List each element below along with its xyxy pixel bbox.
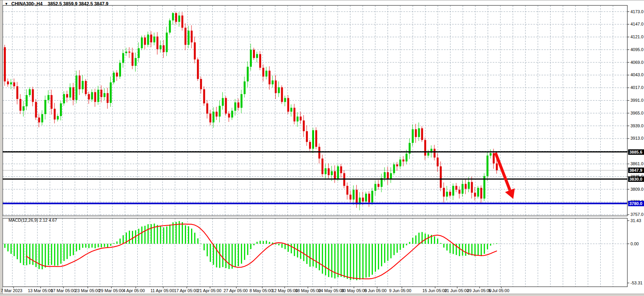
price-tick-label: 3939.0 — [630, 123, 644, 128]
price-tick-label: 3913.0 — [630, 136, 644, 140]
candle — [188, 31, 190, 45]
candle — [200, 79, 202, 89]
time-tick-label: 13 Mar 05:00 — [28, 288, 53, 293]
macd-histogram-bar — [7, 244, 9, 252]
time-tick-label: 30 May 05:00 — [341, 288, 367, 293]
macd-histogram-bar — [116, 241, 118, 244]
macd-histogram-bar — [232, 244, 233, 269]
macd-histogram-bar — [91, 244, 92, 248]
macd-histogram-bar — [20, 244, 21, 263]
candle — [468, 182, 470, 189]
macd-histogram-bar — [297, 244, 298, 257]
macd-histogram-bar — [238, 244, 239, 266]
symbol-period-label: CHINA300-,H4 — [11, 1, 43, 7]
candle — [402, 159, 404, 161]
candle — [153, 36, 155, 42]
macd-histogram-bar — [278, 244, 279, 245]
chart-canvas[interactable] — [0, 0, 644, 296]
macd-histogram-bar — [372, 244, 373, 275]
macd-tick-label: -53.31 — [630, 281, 642, 285]
price-tick-label: 4069.0 — [630, 60, 644, 65]
time-tick-label: 5 Jul 05:00 — [489, 288, 509, 293]
candle — [278, 87, 280, 93]
candle — [347, 186, 348, 195]
macd-histogram-bar — [415, 235, 417, 244]
macd-histogram-bar — [169, 224, 171, 244]
macd-histogram-bar — [29, 244, 30, 264]
macd-histogram-bar — [32, 244, 34, 265]
candle — [287, 98, 289, 111]
candle — [281, 87, 283, 102]
macd-histogram-bar — [403, 244, 404, 248]
macd-histogram-bar — [26, 244, 27, 265]
candle — [38, 118, 40, 123]
down-arrow-annotation-shaft[interactable] — [495, 153, 510, 190]
candle — [107, 93, 109, 103]
time-tick-label: 7 Mar 2023 — [1, 288, 22, 293]
macd-histogram-bar — [353, 244, 354, 279]
candle — [371, 191, 373, 202]
macd-histogram-bar — [104, 244, 105, 247]
time-tick-label: 15 Jun 05:00 — [422, 288, 447, 293]
candle — [290, 108, 292, 112]
macd-histogram-bar — [150, 224, 152, 244]
candle — [455, 186, 457, 190]
price-badge-3847.9: 3847.9 — [628, 168, 644, 173]
candle — [97, 90, 99, 102]
candle — [66, 94, 68, 98]
macd-histogram-bar — [496, 243, 497, 244]
candle — [253, 50, 255, 58]
candle — [493, 153, 495, 163]
candle — [181, 15, 183, 28]
candle — [384, 172, 386, 178]
candle — [262, 68, 264, 77]
macd-histogram-bar — [269, 242, 270, 244]
candle — [215, 112, 217, 117]
macd-histogram-bar — [484, 244, 485, 254]
candle — [350, 195, 352, 200]
candle — [275, 80, 277, 93]
macd-histogram-bar — [194, 233, 195, 244]
macd-histogram-bar — [396, 244, 398, 253]
candle — [79, 75, 80, 89]
time-tick-label: 29 Mar 05:00 — [99, 288, 124, 293]
candle — [197, 60, 199, 79]
candle — [424, 140, 426, 156]
candle — [458, 190, 460, 193]
candle — [13, 82, 15, 86]
macd-histogram-bar — [176, 222, 177, 244]
macd-histogram-bar — [375, 244, 376, 272]
candle — [331, 171, 333, 175]
candle — [427, 153, 429, 156]
candle — [10, 82, 12, 84]
candle — [387, 172, 389, 179]
candle — [297, 116, 299, 121]
candle — [362, 198, 364, 202]
macd-histogram-bar — [67, 244, 68, 259]
macd-histogram-bar — [79, 244, 80, 250]
candle — [256, 54, 258, 58]
macd-histogram-bar — [88, 244, 89, 248]
macd-tick-label: 0.00 — [630, 241, 639, 246]
candle — [26, 95, 27, 106]
macd-histogram-bar — [446, 244, 448, 250]
macd-histogram-bar — [144, 226, 145, 244]
macd-histogram-bar — [263, 241, 264, 244]
candle — [175, 13, 177, 22]
price-tick-label: 4173.0 — [630, 9, 644, 14]
macd-histogram-bar — [235, 244, 236, 267]
macd-histogram-bar — [481, 244, 482, 256]
price-tick-label: 3757.0 — [630, 212, 644, 217]
candle — [222, 98, 224, 106]
candle — [82, 81, 84, 89]
time-tick-label: 24 May 05:00 — [318, 288, 344, 293]
macd-histogram-bar — [331, 244, 332, 277]
symbol-dropdown-icon[interactable]: ▼ — [5, 2, 8, 6]
price-tick-label: 4017.0 — [630, 85, 644, 90]
macd-histogram-bar — [412, 238, 413, 244]
macd-histogram-bar — [57, 244, 58, 265]
macd-histogram-bar — [51, 244, 52, 265]
macd-histogram-bar — [440, 243, 441, 244]
candle — [29, 89, 31, 95]
macd-histogram-bar — [197, 238, 198, 244]
